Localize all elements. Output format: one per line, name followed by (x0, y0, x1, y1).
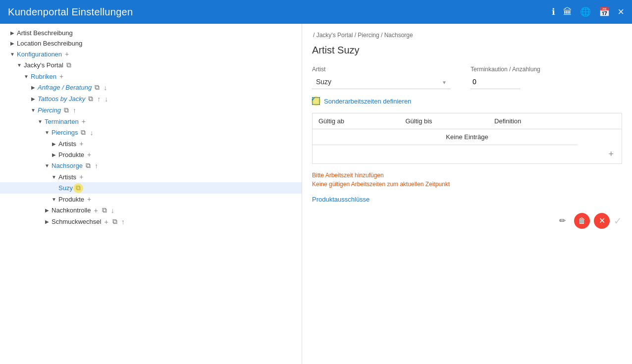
sidebar-item-produkte-nachsorge[interactable]: ▼ Produkte + (0, 194, 302, 205)
arrow-icon: ▼ (44, 162, 51, 169)
sidebar-item-nachsorge[interactable]: ▼ Nachsorge ⧉ ↑ (0, 160, 302, 171)
sidebar-item-schmuckwechsel[interactable]: ▶ Schmuckwechsel + ⧉ ↑ (0, 216, 302, 227)
copy-jackys-portal-button[interactable]: ⧉ (65, 61, 72, 69)
sidebar-item-artists-nachsorge[interactable]: ▼ Artists + (0, 171, 302, 182)
artist-select[interactable]: Suzy (312, 75, 451, 89)
arrow-icon: ▶ (51, 151, 57, 158)
artist-field-group: Artist Suzy (312, 66, 451, 89)
arrow-icon: ▶ (30, 84, 37, 91)
cancel-button[interactable]: ✕ (594, 213, 610, 229)
sidebar-item-artist-beschreibung[interactable]: ▶ Artist Beschreibung (0, 28, 302, 38)
sidebar-item-label: Suzy (58, 184, 73, 192)
add-schmuckwechsel-button[interactable]: + (103, 218, 109, 226)
edit-button[interactable]: ✏ (554, 213, 570, 229)
add-produkte-nachsorge-button[interactable]: + (86, 195, 92, 203)
calendar-icon[interactable]: 📅 (599, 6, 610, 17)
col-gueltig-bis: Gültig bis (399, 113, 488, 129)
close-button[interactable]: × (618, 5, 624, 18)
sidebar: ▶ Artist Beschreibung ▶ Location Beschre… (0, 24, 302, 364)
copy-tattoos-button[interactable]: ⧉ (87, 95, 94, 103)
artist-title: Artist Suzy (312, 45, 622, 56)
add-nachkontrolle-button[interactable]: + (93, 207, 99, 214)
sidebar-item-label: Piercing (38, 106, 61, 114)
add-terminarten-button[interactable]: + (81, 117, 87, 125)
sidebar-item-label: Jacky's Portal (24, 61, 63, 69)
arrow-icon: ▶ (44, 218, 51, 225)
sidebar-item-location-beschreibung[interactable]: ▶ Location Beschreibung (0, 38, 302, 49)
sonderarbeitszeiten-checkbox[interactable] (312, 97, 320, 105)
sidebar-item-produkte-piercings[interactable]: ▶ Produkte + (0, 149, 302, 160)
sidebar-item-anfrage-beratung[interactable]: ▶ Anfrage / Beratung ⧉ ↓ (0, 82, 302, 93)
move-down-anfrage-button[interactable]: ↓ (103, 84, 108, 92)
sidebar-item-artists-piercings[interactable]: ▶ Artists + (0, 138, 302, 149)
globe-icon[interactable]: 🌐 (580, 6, 591, 17)
copy-piercing-button[interactable]: ⧉ (63, 106, 70, 114)
sidebar-item-label: Terminarten (45, 118, 79, 125)
terminkaution-field-group: Terminkaution / Anzahlung (471, 66, 540, 89)
move-up-tattoos-button[interactable]: ↑ (96, 95, 102, 103)
sidebar-item-terminarten[interactable]: ▼ Terminarten + (0, 116, 302, 127)
delete-button[interactable]: 🗑 (574, 213, 590, 229)
move-down-tattoos-button[interactable]: ↓ (104, 95, 109, 103)
sidebar-item-label: Nachsorge (52, 162, 83, 169)
sidebar-item-piercings[interactable]: ▼ Piercings ⧉ ↓ (0, 127, 302, 138)
bottom-actions: ✏ 🗑 ✕ ✓ (312, 213, 622, 229)
sidebar-item-label: Nachkontrolle (52, 207, 91, 214)
add-rubriken-button[interactable]: + (58, 72, 64, 80)
arrow-icon: ▼ (37, 118, 44, 125)
add-arbeitszeit-button[interactable]: + (583, 149, 618, 159)
terminkaution-label: Terminkaution / Anzahlung (471, 66, 540, 73)
sidebar-item-label: Artists (58, 173, 76, 181)
arrow-icon: ▼ (16, 62, 23, 69)
breadcrumb: / Jacky's Portal / Piercing / Nachsorge (312, 32, 622, 39)
info-icon[interactable]: ℹ (552, 6, 555, 17)
add-artists-nachsorge-button[interactable]: + (78, 173, 84, 181)
sidebar-item-rubriken[interactable]: ▼ Rubriken + (0, 71, 302, 82)
copy-nachkontrolle-button[interactable]: ⧉ (101, 206, 108, 214)
table-footer (313, 145, 578, 164)
empty-table-message: Keine Einträge (313, 129, 622, 145)
copy-suzy-button[interactable]: ⧉ (75, 184, 82, 192)
move-up-nachsorge-button[interactable]: ↑ (94, 162, 99, 170)
add-artists-piercings-button[interactable]: + (78, 140, 84, 148)
arbeitszeiten-table: Gültig ab Gültig bis Definition Keine Ei… (312, 113, 622, 164)
move-down-nachkontrolle-button[interactable]: ↓ (110, 207, 115, 214)
add-konfigurationen-button[interactable]: + (64, 50, 70, 58)
arrow-icon: ▶ (30, 96, 37, 103)
copy-piercings-button[interactable]: ⧉ (80, 128, 87, 137)
move-up-schmuckwechsel-button[interactable]: ↑ (120, 218, 126, 226)
terminkaution-input[interactable] (471, 75, 520, 89)
warning-keine: Keine gültigen Arbeitszeiten zum aktuell… (312, 181, 622, 188)
sonderarbeitszeiten-label[interactable]: Sonderarbeitszeiten definieren (324, 98, 411, 105)
produktausschlusse-link[interactable]: Produktausschlüsse (312, 196, 622, 203)
warnings-section: Bitte Arbeitszeit hinzufügen Keine gülti… (312, 172, 622, 188)
bank-icon[interactable]: 🏛 (563, 7, 572, 17)
sidebar-item-label: Produkte (58, 151, 84, 158)
copy-nachsorge-button[interactable]: ⧉ (85, 161, 92, 170)
arrow-icon: ▼ (23, 73, 30, 80)
form-row: Artist Suzy Terminkaution / Anzahlung (312, 66, 622, 89)
artist-label: Artist (312, 66, 451, 73)
checkmark-icon: ✓ (614, 215, 622, 226)
breadcrumb-text: / Jacky's Portal / Piercing / Nachsorge (313, 32, 413, 39)
arrow-icon: ▼ (30, 107, 37, 114)
arrow-icon: ▼ (51, 173, 57, 180)
sidebar-item-suzy[interactable]: Suzy ⧉ (0, 182, 302, 194)
sidebar-item-piercing[interactable]: ▼ Piercing ⧉ ↑ (0, 104, 302, 116)
arrow-icon: ▶ (9, 30, 16, 37)
page-title: Kundenportal Einstellungen (8, 6, 133, 18)
move-up-piercing-button[interactable]: ↑ (72, 106, 77, 114)
copy-anfrage-button[interactable]: ⧉ (94, 83, 101, 92)
sidebar-item-tattoos-by-jacky[interactable]: ▶ Tattoos by Jacky ⧉ ↑ ↓ (0, 93, 302, 104)
add-produkte-piercings-button[interactable]: + (86, 151, 92, 158)
sidebar-item-label: Schmuckwechsel (52, 218, 101, 225)
save-button[interactable]: ✓ (614, 215, 622, 227)
header: Kundenportal Einstellungen ℹ 🏛 🌐 📅 × (0, 0, 632, 24)
sidebar-item-label: Rubriken (31, 73, 56, 80)
sidebar-item-nachkontrolle[interactable]: ▶ Nachkontrolle + ⧉ ↓ (0, 205, 302, 216)
sidebar-item-label: Produkte (58, 196, 84, 203)
move-down-piercings-button[interactable]: ↓ (89, 129, 94, 137)
sidebar-item-konfigurationen[interactable]: ▼ Konfigurationen + (0, 49, 302, 59)
copy-schmuckwechsel-button[interactable]: ⧉ (111, 217, 118, 226)
sidebar-item-jackys-portal[interactable]: ▼ Jacky's Portal ⧉ (0, 59, 302, 71)
